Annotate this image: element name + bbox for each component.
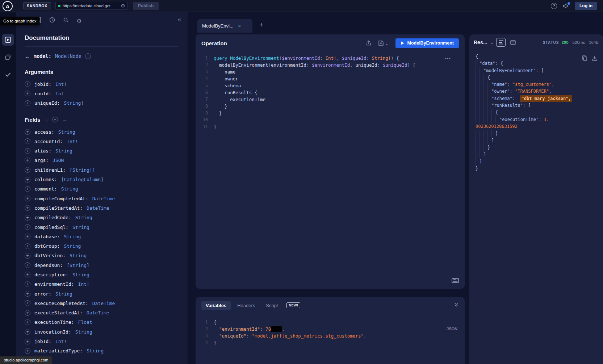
add-field-button[interactable]: +: [25, 138, 30, 144]
field-type[interactable]: Int!: [55, 81, 67, 87]
variables-editor[interactable]: 1{2 "environmentId": 78 ,3 "uniqueId": "…: [198, 316, 462, 364]
field-type[interactable]: Int!: [78, 281, 89, 287]
field-type[interactable]: DateTime: [87, 205, 109, 211]
checklist-button[interactable]: [2, 69, 14, 80]
field-type[interactable]: [CatalogColumn]: [61, 177, 104, 182]
sort-fields-icon[interactable]: ↓: [45, 117, 47, 122]
add-field-button[interactable]: +: [25, 81, 30, 87]
field-name[interactable]: alias:: [34, 148, 51, 154]
table-view-icon[interactable]: [508, 38, 518, 47]
login-button[interactable]: Log in: [575, 2, 597, 10]
add-field-button[interactable]: +: [25, 300, 30, 306]
field-name[interactable]: database:: [34, 234, 60, 239]
keyboard-shortcuts-icon[interactable]: [452, 278, 459, 284]
field-name[interactable]: runId:: [34, 91, 51, 96]
add-field-button[interactable]: +: [25, 281, 30, 287]
field-type[interactable]: String: [87, 348, 104, 353]
add-field-button[interactable]: +: [25, 167, 30, 173]
add-all-fields-button[interactable]: +: [52, 117, 58, 122]
field-name[interactable]: materializedType:: [34, 348, 83, 353]
add-field-button[interactable]: +: [25, 148, 30, 154]
field-type[interactable]: String: [64, 243, 81, 249]
announcements-icon[interactable]: [563, 3, 569, 9]
tab-headers[interactable]: Headers: [233, 301, 259, 310]
add-field-button[interactable]: +: [25, 310, 30, 316]
field-type[interactable]: DateTime: [87, 310, 109, 315]
add-field-button[interactable]: +: [25, 319, 30, 325]
field-name[interactable]: compiledCode:: [34, 215, 71, 220]
help-icon[interactable]: ?: [551, 3, 557, 9]
field-name[interactable]: dbtVersion:: [34, 253, 66, 258]
field-type[interactable]: String: [64, 234, 81, 239]
operation-tab[interactable]: ModelByEnvi... ×: [197, 19, 252, 33]
history-icon[interactable]: [49, 17, 55, 24]
field-type[interactable]: String!: [64, 100, 84, 106]
field-name[interactable]: error:: [34, 291, 51, 297]
field-name[interactable]: jobId:: [34, 81, 51, 87]
search-icon[interactable]: [63, 17, 69, 24]
endpoint-url-input[interactable]: https://metadata.cloud.get ⚙: [55, 2, 128, 10]
tab-variables[interactable]: Variables: [201, 301, 231, 310]
field-type[interactable]: [String]: [67, 263, 89, 268]
field-type[interactable]: DateTime: [92, 196, 115, 201]
add-field-button[interactable]: +: [25, 177, 30, 183]
share-icon[interactable]: [366, 40, 372, 46]
field-type[interactable]: Float: [78, 319, 92, 325]
field-type[interactable]: String: [61, 186, 78, 192]
field-name[interactable]: executeStartedAt:: [34, 310, 83, 315]
add-field-button[interactable]: +: [25, 186, 30, 192]
field-name[interactable]: jobId:: [34, 339, 51, 344]
field-type[interactable]: Int!: [67, 139, 78, 144]
field-name[interactable]: access:: [34, 129, 54, 135]
add-field-button[interactable]: +: [25, 224, 30, 230]
connection-settings-icon[interactable]: ⚙: [121, 3, 125, 8]
field-name[interactable]: uniqueId:: [34, 100, 60, 106]
apollo-logo[interactable]: A: [3, 1, 13, 11]
response-body[interactable]: {"data": {"modelByEnvironment": [{"name"…: [474, 53, 601, 364]
add-field-button[interactable]: +: [25, 158, 30, 163]
field-type[interactable]: String: [70, 253, 87, 258]
save-icon[interactable]: ⌄: [378, 40, 389, 46]
response-dropdown-icon[interactable]: ⌄: [490, 40, 494, 45]
collapse-panel-icon[interactable]: [454, 302, 459, 309]
add-field-button[interactable]: +: [25, 262, 30, 268]
field-name[interactable]: dbtGroup:: [34, 243, 60, 249]
field-type[interactable]: String: [55, 148, 72, 154]
field-name[interactable]: invocationId:: [34, 329, 71, 335]
chevron-down-icon[interactable]: ⌄: [63, 117, 67, 122]
field-type[interactable]: String: [72, 272, 89, 277]
operation-editor[interactable]: 1query ModelByEnvironment($environmentId…: [198, 52, 462, 276]
field-name[interactable]: dependsOn:: [34, 263, 63, 268]
field-name[interactable]: description:: [34, 272, 68, 277]
field-type[interactable]: String: [58, 129, 75, 135]
field-name[interactable]: compiledSql:: [34, 225, 68, 230]
tree-view-icon[interactable]: [496, 38, 506, 47]
field-name[interactable]: accountId:: [34, 139, 63, 144]
field-name[interactable]: environmentId:: [34, 281, 74, 287]
field-type[interactable]: DateTime: [92, 301, 115, 306]
back-icon[interactable]: ←: [25, 53, 30, 59]
collections-button[interactable]: [2, 51, 14, 63]
add-field-button[interactable]: +: [25, 272, 30, 277]
add-field-button[interactable]: +: [25, 339, 30, 344]
field-type[interactable]: Int!: [55, 339, 67, 344]
field-type[interactable]: String: [75, 329, 92, 335]
close-tab-icon[interactable]: ×: [238, 23, 241, 29]
tab-script[interactable]: Script: [261, 301, 282, 310]
field-type[interactable]: Int: [55, 91, 64, 96]
add-field-button[interactable]: +: [25, 215, 30, 221]
add-field-button[interactable]: +: [25, 243, 30, 249]
add-field-button[interactable]: +: [25, 129, 30, 135]
field-name[interactable]: executeCompletedAt:: [34, 301, 88, 306]
field-type[interactable]: String: [55, 291, 72, 297]
add-model-button[interactable]: +: [85, 53, 91, 59]
gear-icon[interactable]: ⚙: [77, 18, 81, 24]
collapse-sidebar-icon[interactable]: «: [178, 16, 181, 23]
add-field-button[interactable]: +: [25, 291, 30, 297]
add-field-button[interactable]: +: [25, 234, 30, 239]
field-type[interactable]: JSON: [53, 158, 64, 163]
new-tab-button[interactable]: +: [259, 21, 263, 29]
add-field-button[interactable]: +: [25, 100, 30, 106]
field-name[interactable]: comment:: [34, 186, 57, 192]
add-field-button[interactable]: +: [25, 91, 30, 96]
